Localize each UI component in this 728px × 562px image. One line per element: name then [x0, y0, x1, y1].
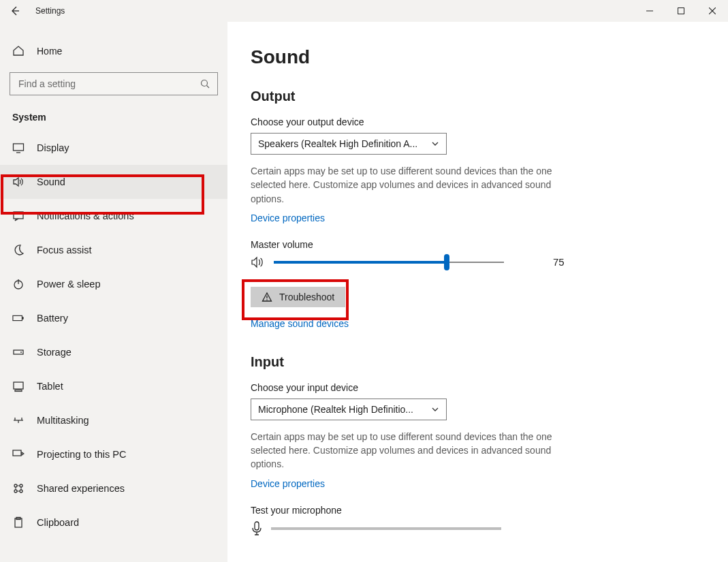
- sound-icon: [12, 176, 25, 188]
- svg-point-4: [202, 80, 208, 86]
- svg-point-33: [266, 299, 268, 300]
- sidebar-item-battery[interactable]: Battery: [0, 301, 227, 335]
- sidebar-item-shared[interactable]: Shared experiences: [0, 471, 227, 505]
- sidebar-item-storage[interactable]: Storage: [0, 335, 227, 369]
- mic-test-row: [251, 521, 701, 536]
- sidebar-item-moon[interactable]: Focus assist: [0, 233, 227, 267]
- titlebar: Settings: [0, 0, 728, 22]
- back-arrow-icon: [10, 5, 21, 16]
- volume-row: 75: [251, 255, 701, 269]
- maximize-button[interactable]: [665, 0, 697, 22]
- chevron-down-icon: [431, 140, 439, 148]
- settings-window: Settings Home: [0, 0, 728, 562]
- volume-value: 75: [553, 256, 565, 268]
- svg-rect-8: [14, 212, 23, 219]
- input-help-text: Certain apps may be set up to use differ…: [251, 430, 574, 471]
- svg-rect-16: [15, 390, 22, 392]
- speaker-icon: [251, 255, 264, 269]
- back-button[interactable]: [0, 0, 31, 22]
- project-icon: [12, 448, 25, 460]
- title-text: Settings: [31, 6, 65, 16]
- section-title: System: [0, 112, 227, 131]
- input-device-dropdown[interactable]: Microphone (Realtek High Definitio...: [251, 399, 447, 420]
- sidebar-item-multi[interactable]: Multitasking: [0, 403, 227, 437]
- input-device-properties-link[interactable]: Device properties: [251, 478, 325, 489]
- storage-icon: [12, 346, 25, 358]
- volume-slider[interactable]: [274, 255, 504, 269]
- search-box[interactable]: [10, 72, 218, 95]
- sidebar-item-label: Sound: [37, 176, 65, 187]
- troubleshoot-button[interactable]: Troubleshoot: [251, 287, 345, 307]
- sidebar-item-label: Shared experiences: [37, 483, 125, 494]
- slider-thumb[interactable]: [444, 254, 449, 270]
- sidebar-item-display[interactable]: Display: [0, 131, 227, 165]
- battery-icon: [12, 312, 25, 324]
- close-button[interactable]: [697, 0, 728, 22]
- sidebar-item-label: Focus assist: [37, 245, 92, 255]
- output-help-text: Certain apps may be set up to use differ…: [251, 164, 574, 206]
- warning-icon: [262, 292, 272, 302]
- output-heading: Output: [251, 89, 701, 104]
- svg-line-5: [207, 85, 210, 88]
- search-icon: [200, 79, 210, 89]
- sidebar-item-notif[interactable]: Notifications & actions: [0, 199, 227, 233]
- home-nav[interactable]: Home: [0, 41, 227, 63]
- sidebar-item-label: Battery: [37, 313, 68, 324]
- sidebar-item-power[interactable]: Power & sleep: [0, 267, 227, 301]
- sidebar-item-project[interactable]: Projecting to this PC: [0, 437, 227, 471]
- search-input[interactable]: [17, 78, 200, 90]
- sidebar-item-label: Power & sleep: [37, 279, 101, 290]
- display-icon: [12, 142, 25, 154]
- svg-rect-21: [13, 450, 21, 456]
- minimize-button[interactable]: [634, 0, 665, 22]
- sidebar-item-label: Tablet: [37, 381, 63, 392]
- input-choose-label: Choose your input device: [251, 382, 701, 393]
- manage-sound-devices-link[interactable]: Manage sound devices: [251, 318, 349, 329]
- clip-icon: [12, 516, 25, 529]
- main-content: Sound Output Choose your output device S…: [227, 22, 728, 562]
- microphone-icon: [251, 521, 263, 536]
- tablet-icon: [12, 380, 25, 392]
- moon-icon: [12, 244, 25, 256]
- window-buttons: [634, 0, 728, 22]
- chevron-down-icon: [431, 405, 439, 413]
- power-icon: [12, 278, 25, 290]
- sidebar-item-label: Display: [37, 142, 69, 153]
- maximize-icon: [678, 7, 684, 14]
- sidebar-item-clip[interactable]: Clipboard: [0, 505, 227, 540]
- output-device-dropdown[interactable]: Speakers (Realtek High Definition A...: [251, 133, 447, 155]
- sidebar-item-label: Clipboard: [37, 517, 79, 528]
- svg-point-22: [14, 484, 17, 487]
- sidebar-item-label: Storage: [37, 347, 72, 358]
- nav-items: DisplaySoundNotifications & actionsFocus…: [0, 131, 227, 540]
- output-section: Output Choose your output device Speaker…: [251, 89, 701, 330]
- svg-rect-34: [255, 522, 259, 530]
- svg-rect-6: [14, 144, 24, 151]
- output-device-properties-link[interactable]: Device properties: [251, 213, 325, 223]
- svg-point-25: [20, 490, 22, 493]
- master-volume-label: Master volume: [251, 239, 701, 250]
- notif-icon: [12, 210, 25, 222]
- sidebar-item-label: Notifications & actions: [37, 210, 134, 221]
- svg-rect-12: [22, 317, 24, 319]
- input-heading: Input: [251, 354, 701, 370]
- output-device-selected: Speakers (Realtek High Definition A...: [258, 138, 417, 149]
- sidebar-item-label: Projecting to this PC: [37, 449, 126, 460]
- home-icon: [12, 45, 25, 57]
- output-choose-label: Choose your output device: [251, 116, 701, 127]
- svg-rect-1: [678, 8, 684, 14]
- multi-icon: [12, 414, 25, 426]
- svg-point-23: [20, 484, 22, 487]
- sidebar-item-tablet[interactable]: Tablet: [0, 369, 227, 403]
- mic-level-bar: [271, 527, 501, 530]
- body: Home System DisplaySoundNotifications & …: [0, 22, 728, 562]
- home-label: Home: [37, 46, 62, 57]
- sidebar-item-sound[interactable]: Sound: [0, 165, 227, 199]
- troubleshoot-label: Troubleshoot: [279, 292, 334, 302]
- svg-point-24: [14, 490, 17, 493]
- svg-rect-11: [13, 315, 22, 320]
- shared-icon: [12, 482, 25, 495]
- input-section: Input Choose your input device Microphon…: [251, 354, 701, 536]
- minimize-icon: [646, 7, 653, 14]
- close-icon: [709, 7, 716, 14]
